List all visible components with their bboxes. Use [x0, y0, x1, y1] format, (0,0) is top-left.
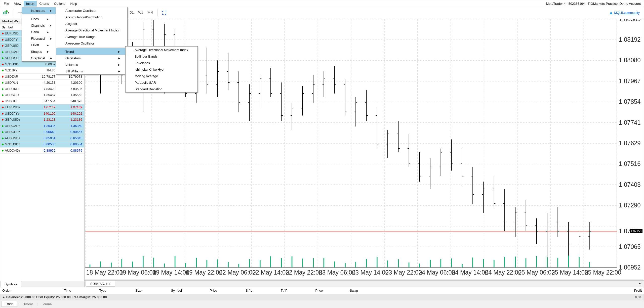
fullscreen-icon[interactable]: [160, 9, 169, 17]
new-chart-icon[interactable]: ▼: [2, 9, 10, 17]
menu-item-shapes[interactable]: Shapes▶: [22, 48, 56, 55]
trend-submenu[interactable]: Average Directional Movement IndexBollin…: [125, 46, 198, 93]
chart-tab-eurusd[interactable]: EURUSD, H1: [86, 281, 115, 287]
arrow-down-icon: ◆: [2, 32, 4, 35]
submenu-arrow-icon: ▶: [42, 50, 49, 53]
orders-col-symbol[interactable]: Symbol: [144, 288, 184, 293]
orders-col-price[interactable]: Price: [290, 288, 325, 293]
indicators-submenu[interactable]: Accelerator OscillatorAccumulation/Distr…: [56, 7, 128, 75]
svg-text:1.07290: 1.07290: [619, 201, 641, 209]
svg-text:1.07741: 1.07741: [619, 119, 641, 126]
menu-item-indicators[interactable]: Indicators▶: [22, 7, 56, 14]
svg-text:1.08080: 1.08080: [619, 56, 641, 64]
market-watch-row[interactable]: ◆USDPLN4.201534.20300: [0, 80, 84, 86]
svg-text:18 May 22:00: 18 May 22:00: [86, 269, 123, 276]
menu-item-lines[interactable]: Lines▶: [22, 16, 56, 22]
menu-item-moving-average[interactable]: Moving Average: [126, 73, 197, 79]
timeframe-d1[interactable]: D1: [128, 10, 136, 16]
orders-col-sl[interactable]: S / L: [219, 288, 254, 293]
menu-item-average-directional-movement-index[interactable]: Average Directional Movement Index: [126, 47, 197, 53]
svg-text:19 May 14:00: 19 May 14:00: [153, 269, 189, 276]
menu-item-average-true-range[interactable]: Average True Range: [56, 33, 127, 40]
svg-text:1.08305: 1.08305: [619, 19, 641, 22]
menu-item-trend[interactable]: Trend▶: [56, 48, 127, 55]
terminal-tab-trade[interactable]: Trade: [1, 301, 17, 307]
market-watch-row[interactable]: ◆GBPUSDz1.231231.23136: [0, 117, 84, 123]
menu-item-parabolic-sar[interactable]: Parabolic SAR: [126, 79, 197, 86]
svg-text:19 May 22:00: 19 May 22:00: [186, 269, 223, 276]
submenu-arrow-icon: ▶: [45, 24, 52, 27]
menu-help[interactable]: Help: [68, 1, 80, 7]
timeframe-w1[interactable]: W1: [136, 10, 145, 16]
svg-rect-1: [5, 11, 6, 14]
menu-item-awesome-oscillator[interactable]: Awesome Oscillator: [56, 40, 127, 47]
market-watch-row[interactable]: ◆AUDCADz0.886590.88679: [0, 148, 84, 154]
symbols-tab[interactable]: Symbols: [0, 281, 21, 287]
svg-text:1.07967: 1.07967: [619, 77, 641, 84]
menu-view[interactable]: View: [12, 1, 24, 7]
market-watch-row[interactable]: ◆NZDUSDz0.605360.60554: [0, 141, 84, 148]
orders-col-type[interactable]: Type: [73, 288, 108, 293]
submenu-arrow-icon: ▶: [45, 9, 52, 12]
arrow-up-icon: ◆: [2, 69, 4, 72]
terminal-tab-journal[interactable]: Journal: [38, 301, 56, 307]
orders-col-profit[interactable]: Profit: [632, 288, 644, 293]
market-watch-row[interactable]: ◆AUDUSDz0.650310.65045: [0, 135, 84, 142]
menu-item-envelopes[interactable]: Envelopes: [126, 60, 197, 66]
svg-text:19 May 06:00: 19 May 06:00: [119, 269, 156, 276]
submenu-arrow-icon: ▶: [45, 37, 52, 40]
arrow-down-icon: ◆: [2, 112, 4, 115]
svg-point-3: [6, 10, 8, 12]
orders-col-time[interactable]: Time: [58, 288, 73, 293]
arrow-up-icon: ◆: [2, 143, 4, 146]
market-watch-row[interactable]: ◆USDHKD7.834297.83585: [0, 86, 84, 92]
market-watch-row[interactable]: ◆USDCHFz0.906480.90657: [0, 129, 84, 135]
terminal-tabs: Trade|History|Journal: [0, 300, 644, 308]
menu-item-ichimoku-kinko-hyo[interactable]: Ichimoku Kinko Hyo: [126, 66, 197, 73]
menu-item-bill-williams[interactable]: Bill Williams▶: [56, 68, 127, 74]
svg-text:23 May 14:00: 23 May 14:00: [352, 269, 389, 276]
menu-item-volumes[interactable]: Volumes▶: [56, 61, 127, 68]
chart-tab-scroll-icon[interactable]: »: [637, 281, 643, 287]
menu-file[interactable]: File: [1, 1, 12, 7]
insert-menu[interactable]: Indicators▶Lines▶Channels▶Gann▶Fibonacci…: [22, 7, 56, 62]
menu-item-channels[interactable]: Channels▶: [22, 22, 56, 29]
orders-col-price[interactable]: Price: [184, 288, 219, 293]
arrow-up-icon: ◆: [2, 124, 4, 127]
market-watch-row[interactable]: ◆USDHUF347.554348.098: [0, 98, 84, 105]
orders-col-tp[interactable]: T / P: [254, 288, 290, 293]
arrow-down-icon: ◆: [2, 38, 4, 41]
menu-item-standard-deviation[interactable]: Standard Deviation: [126, 86, 197, 92]
market-watch-row[interactable]: ◆USDJPYz140.190140.202: [0, 111, 84, 117]
timeframe-mn[interactable]: MN: [146, 10, 155, 16]
menu-item-graphical[interactable]: Graphical▶: [22, 55, 56, 61]
mql5-link[interactable]: MQL5.community: [609, 11, 642, 15]
market-watch-row[interactable]: ◆USDCADz1.363361.36350: [0, 123, 84, 129]
menu-item-fibonacci[interactable]: Fibonacci▶: [22, 35, 56, 42]
menu-item-accelerator-oscillator[interactable]: Accelerator Oscillator: [56, 7, 127, 14]
menu-item-gann[interactable]: Gann▶: [22, 29, 56, 35]
orders-col-size[interactable]: Size: [108, 288, 144, 293]
arrow-up-icon: ◆: [2, 137, 4, 140]
svg-text:23 May 06:00: 23 May 06:00: [319, 269, 355, 276]
svg-rect-0: [3, 12, 4, 14]
svg-text:24 May 14:00: 24 May 14:00: [452, 269, 489, 276]
market-watch-row[interactable]: ◆EURUSDz1.071471.07169: [0, 104, 84, 111]
menu-item-oscillators[interactable]: Oscillators▶: [56, 55, 127, 61]
svg-text:22 May 22:00: 22 May 22:00: [286, 269, 322, 276]
menu-item-bollinger-bands[interactable]: Bollinger Bands: [126, 53, 197, 60]
orders-col-order[interactable]: Order: [0, 288, 58, 293]
terminal-tab-history[interactable]: History: [19, 301, 36, 307]
menu-charts[interactable]: Charts: [37, 1, 51, 7]
menu-item-alligator[interactable]: Alligator: [56, 20, 127, 27]
orders-header: OrderTimeTypeSizeSymbolPriceS / LT / PPr…: [0, 287, 644, 294]
menu-item-accumulation-distribution[interactable]: Accumulation/Distribution: [56, 14, 127, 20]
submenu-arrow-icon: ▶: [113, 50, 120, 53]
orders-col-swap[interactable]: Swap: [325, 288, 360, 293]
market-watch-row[interactable]: ◆USDSGD1.354571.35563: [0, 92, 84, 98]
menu-item-elliott[interactable]: Elliott▶: [22, 42, 56, 48]
menu-insert[interactable]: Insert: [24, 1, 37, 7]
menu-options[interactable]: Options: [52, 1, 68, 7]
svg-text:25 May 06:00: 25 May 06:00: [518, 269, 555, 276]
menu-item-average-directional-movement-index[interactable]: Average Directional Movement Index: [56, 27, 127, 33]
